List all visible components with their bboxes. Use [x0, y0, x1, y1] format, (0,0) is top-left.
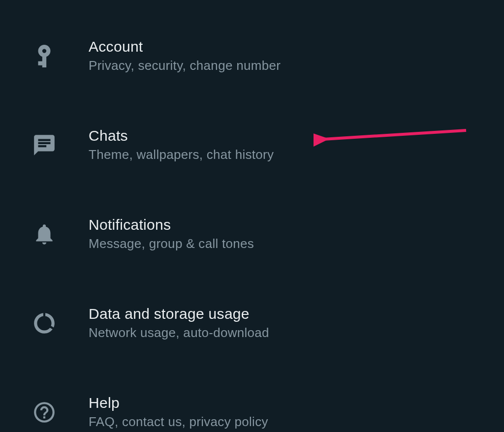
help-icon [32, 400, 57, 425]
settings-item-account[interactable]: Account Privacy, security, change number [0, 24, 504, 88]
icon-container [0, 222, 89, 247]
icon-container [0, 311, 89, 336]
settings-item-help[interactable]: Help FAQ, contact us, privacy policy [0, 380, 504, 432]
key-icon [32, 44, 57, 68]
bell-icon [32, 222, 57, 247]
settings-list: Account Privacy, security, change number… [0, 0, 504, 432]
item-subtitle: Message, group & call tones [89, 236, 254, 251]
settings-item-notifications[interactable]: Notifications Message, group & call tone… [0, 202, 504, 266]
settings-item-data-storage[interactable]: Data and storage usage Network usage, au… [0, 291, 504, 355]
text-container: Help FAQ, contact us, privacy policy [89, 395, 268, 430]
text-container: Data and storage usage Network usage, au… [89, 306, 269, 340]
chat-icon [32, 133, 57, 157]
item-title: Notifications [89, 216, 254, 233]
data-usage-icon [32, 311, 57, 336]
item-subtitle: FAQ, contact us, privacy policy [89, 414, 268, 430]
text-container: Chats Theme, wallpapers, chat history [89, 127, 274, 162]
settings-item-chats[interactable]: Chats Theme, wallpapers, chat history [0, 113, 504, 177]
item-title: Account [89, 38, 281, 55]
text-container: Account Privacy, security, change number [89, 38, 281, 73]
item-title: Help [89, 395, 268, 411]
text-container: Notifications Message, group & call tone… [89, 216, 254, 251]
item-subtitle: Privacy, security, change number [89, 58, 281, 73]
icon-container [0, 400, 89, 425]
icon-container [0, 44, 89, 68]
icon-container [0, 133, 89, 157]
item-title: Chats [89, 127, 274, 144]
item-title: Data and storage usage [89, 306, 269, 322]
item-subtitle: Theme, wallpapers, chat history [89, 147, 274, 162]
item-subtitle: Network usage, auto-download [89, 325, 269, 340]
